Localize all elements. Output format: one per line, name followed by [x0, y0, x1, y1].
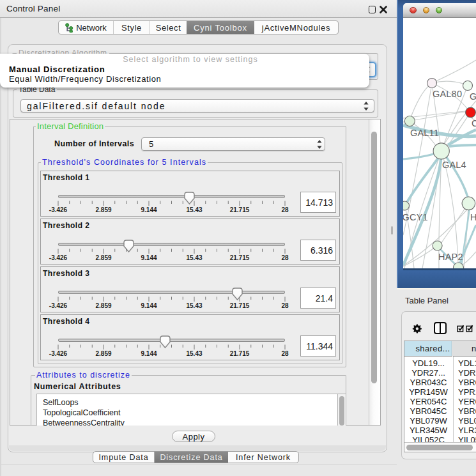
svg-text:GCY1: GCY1	[403, 212, 428, 222]
svg-text:CR: CR	[472, 118, 476, 128]
svg-text:HA: HA	[470, 212, 476, 222]
svg-text:GAL4: GAL4	[442, 160, 466, 170]
svg-text:GA: GA	[470, 91, 476, 102]
svg-text:GAL80: GAL80	[433, 89, 462, 99]
svg-text:GAL11: GAL11	[410, 128, 439, 138]
svg-text:HAP2: HAP2	[438, 252, 463, 262]
